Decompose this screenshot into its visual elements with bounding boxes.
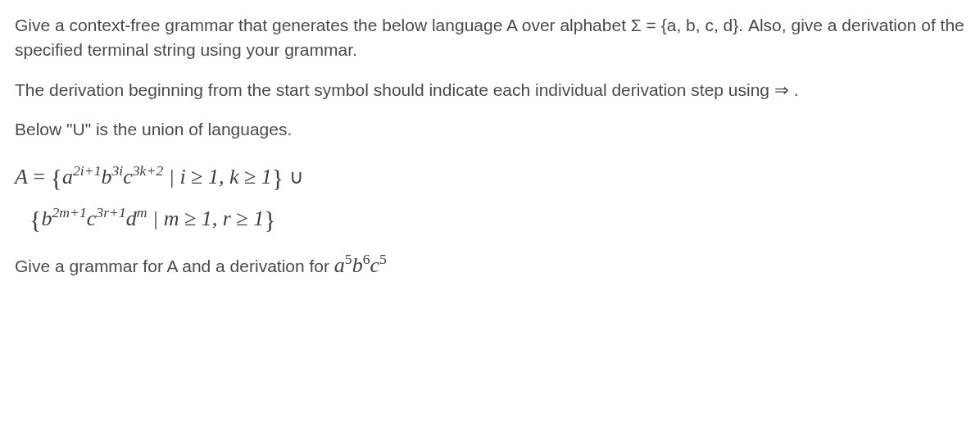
set2-close-brace: } (264, 202, 275, 238)
set1-b-base: b (101, 165, 111, 188)
paragraph-3: Below "U" is the union of languages. (15, 117, 965, 142)
set2-d-base: d (126, 207, 137, 230)
final-text: Give a grammar for A and a derivation fo… (15, 257, 334, 275)
equation-line-2: {b2m+1c3r+1dm | m ≥ 1, r ≥ 1} (29, 199, 965, 235)
set1-open-brace: { (51, 160, 62, 196)
set1-a-exp: 2i+1 (73, 162, 102, 179)
eq-lhs: A (15, 165, 28, 188)
paragraph-2: The derivation beginning from the start … (15, 78, 965, 102)
final-line: Give a grammar for A and a derivation fo… (15, 250, 965, 281)
set2-open-brace: { (29, 202, 41, 238)
target-string: a5b6c5 (334, 253, 387, 277)
set2-b-exp: 2m+1 (52, 205, 86, 221)
set2-c-base: c (87, 207, 97, 230)
set1-c-base: c (123, 165, 133, 188)
set1-close-brace: } (272, 160, 284, 196)
set2-d-exp: m (137, 205, 147, 221)
set1-condition: | i ≥ 1, k ≥ 1 (163, 165, 271, 188)
set1-c-exp: 3k+2 (133, 162, 163, 179)
set2-b-base: b (41, 207, 52, 230)
set1-b-exp: 3i (111, 162, 123, 179)
set1-a-base: a (62, 165, 73, 188)
equation-line-1: A = {a2i+1b3ic3k+2 | i ≥ 1, k ≥ 1} ∪ (15, 157, 965, 193)
paragraph-1: Give a context-free grammar that generat… (15, 13, 965, 63)
set2-condition: | m ≥ 1, r ≥ 1 (147, 207, 265, 230)
eq-equals: = (33, 165, 50, 188)
set2-c-exp: 3r+1 (96, 205, 125, 221)
union-symbol: ∪ (289, 166, 304, 188)
